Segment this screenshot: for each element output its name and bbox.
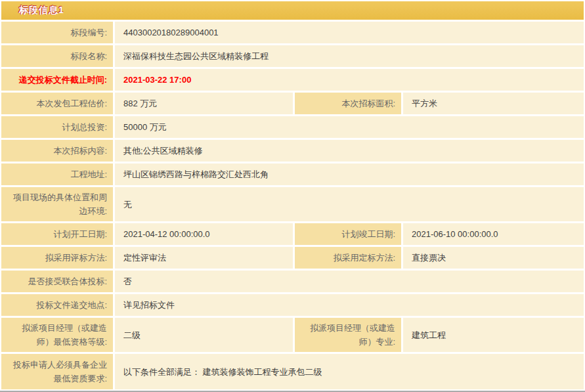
table-row-section-name: 标段名称: 深福保科技生态园公共区域精装修工程 [1, 45, 584, 67]
table-row-bid-deadline: 递交投标文件截止时间: 2021-03-22 17:00 [1, 69, 584, 91]
table-row-start-end-date: 计划开工日期: 2021-04-12 00:00:00.0 计划竣工日期: 20… [1, 223, 584, 245]
field-value: 2021-04-12 00:00:00.0 [115, 223, 293, 245]
field-label: 本次发包工程估价: [1, 93, 113, 114]
field-label: 计划开工日期: [1, 223, 113, 245]
field-value: 其他;公共区域精装修 [115, 140, 584, 162]
table-row-total-investment: 计划总投资: 50000 万元 [1, 116, 584, 138]
field-value: 坪山区锦绣西路与梓棉路交汇处西北角 [115, 163, 584, 185]
field-value: 2021-06-10 00:00:00.0 [403, 223, 584, 245]
table-row-consortium-bid: 是否接受联合体投标: 否 [1, 271, 584, 292]
field-label: 投标文件递交地点: [1, 294, 113, 316]
field-value: 882 万元 [115, 93, 293, 114]
field-label: 递交投标文件截止时间: [1, 69, 113, 91]
section-header-bar: 标段信息1 [1, 1, 584, 20]
field-value: 2021-03-22 17:00 [115, 69, 584, 91]
field-label: 计划总投资: [1, 116, 113, 138]
field-value: 详见招标文件 [115, 294, 584, 316]
field-label: 拟采用定标方法: [295, 247, 401, 269]
field-label: 标段名称: [1, 45, 113, 67]
section-title: 标段信息1 [19, 5, 64, 16]
field-label: 拟采用评标方法: [1, 247, 113, 269]
field-value: 深福保科技生态园公共区域精装修工程 [115, 45, 584, 67]
field-label: 项目现场的具体位置和周边环境: [1, 187, 113, 221]
field-label: 拟派项目经理（或建造师）专业: [295, 318, 401, 352]
field-label: 计划竣工日期: [295, 223, 401, 245]
field-label: 本次招标内容: [1, 140, 113, 162]
field-value: 50000 万元 [115, 116, 584, 138]
field-value: 44030020180289004001 [115, 22, 584, 43]
table-row-estimate-and-area: 本次发包工程估价: 882 万元 本次招标面积: 平方米 [1, 93, 584, 114]
field-label: 工程地址: [1, 163, 113, 185]
table-row-project-manager-qualification: 拟派项目经理（或建造师）最低资格等级: 二级 拟派项目经理（或建造师）专业: 建… [1, 318, 584, 352]
table-row-applicant-qualification: 投标申请人必须具备企业最低资质要求: 以下条件全部满足： 建筑装修装饰工程专业承… [1, 354, 584, 389]
field-label: 投标申请人必须具备企业最低资质要求: [1, 354, 113, 389]
field-value: 建筑工程 [403, 318, 584, 352]
field-label: 标段编号: [1, 22, 113, 43]
table-row-site-environment: 项目现场的具体位置和周边环境: 无 [1, 187, 584, 221]
table-row-section-code: 标段编号: 44030020180289004001 [1, 22, 584, 43]
field-value: 二级 [115, 318, 293, 352]
field-value: 平方米 [403, 93, 584, 114]
table-row-submission-place: 投标文件递交地点: 详见招标文件 [1, 294, 584, 316]
table-row-evaluation-methods: 拟采用评标方法: 定性评审法 拟采用定标方法: 直接票决 [1, 247, 584, 269]
field-label: 拟派项目经理（或建造师）最低资格等级: [1, 318, 113, 352]
field-value: 直接票决 [403, 247, 584, 269]
table-row-bid-content: 本次招标内容: 其他;公共区域精装修 [1, 140, 584, 162]
field-label: 本次招标面积: [295, 93, 401, 114]
field-value: 无 [115, 187, 584, 221]
bid-section-info-panel: 标段信息1 标段编号: 44030020180289004001 标段名称: 深… [0, 0, 585, 392]
table-row-project-address: 工程地址: 坪山区锦绣西路与梓棉路交汇处西北角 [1, 163, 584, 185]
field-label: 是否接受联合体投标: [1, 271, 113, 292]
field-value: 以下条件全部满足： 建筑装修装饰工程专业承包二级 [115, 354, 584, 389]
field-value: 定性评审法 [115, 247, 293, 269]
field-value: 否 [115, 271, 584, 292]
